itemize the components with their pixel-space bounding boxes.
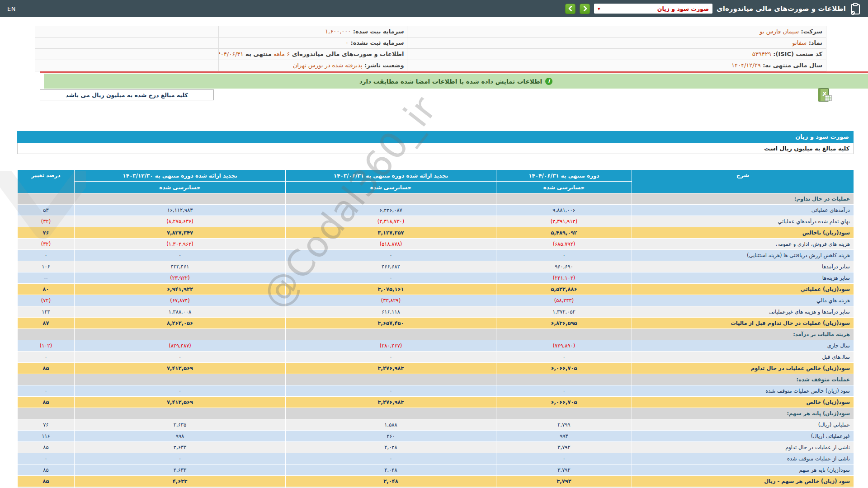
table-row: سود(زيان) ناخالص۵,۴۸۹,۰۹۲۳,۱۲۷,۳۵۷۷,۸۳۷,…: [18, 227, 854, 239]
info-icon: i: [545, 78, 552, 85]
value-cell: ۲,۰۴۸: [286, 465, 496, 476]
change-cell: --: [18, 272, 75, 284]
value-cell: ۶,۴۴۶,۰۸۷: [286, 205, 496, 216]
row-label-cell: سود(زيان) خالص عملیات در حال تداوم: [632, 363, 854, 374]
company-info-cell: [35, 49, 218, 60]
row-label-cell: سایر درآمدها و هزینه های غیرعملیاتی: [632, 306, 854, 318]
value-cell: (۱,۳۰۴,۹۶۴): [75, 239, 286, 250]
value-cell: ۵,۴۸۹,۰۹۲: [496, 227, 632, 239]
change-cell: ۰: [18, 250, 75, 261]
signature-match-banner: i اطلاعات نمایش داده شده با اطلاعات امضا…: [44, 74, 868, 89]
value-cell: [496, 193, 632, 205]
value-cell: (۵۱۸,۸۷۸): [286, 239, 496, 250]
value-cell: ۶,۰۶۶,۷۰۵: [496, 363, 632, 374]
change-cell: ۸۷: [18, 318, 75, 329]
chevron-down-icon: ▾: [598, 6, 600, 11]
section-row: عملیات در حال تداوم:: [18, 193, 854, 205]
value-cell: ۱,۳۷۲,۰۵۲: [496, 306, 632, 318]
change-cell: ۸۵: [18, 442, 75, 453]
change-cell: (۳۲): [18, 216, 75, 227]
value-cell: (۵۸,۳۴۳): [496, 295, 632, 306]
col-header-description: شرح: [632, 170, 854, 193]
chevron-right-icon: [582, 6, 588, 11]
change-cell: ۰: [18, 453, 75, 465]
row-label-cell: بهاي تمام شده درآمدهاي عملياتي: [632, 216, 854, 227]
language-toggle-en[interactable]: EN: [7, 5, 16, 12]
value-cell: ۰: [286, 352, 496, 363]
red-separator: [40, 71, 868, 73]
change-cell: ۰: [18, 352, 75, 363]
change-cell: ۷۶: [18, 419, 75, 431]
value-cell: [75, 329, 286, 340]
value-cell: ۳,۷۹۲: [496, 442, 632, 453]
company-info-cell: شرکت: سیمان فارس نو: [407, 26, 826, 37]
table-row: درآمدهاي عملياتي۹,۸۸۱,۰۰۶۶,۴۴۶,۰۸۷۱۶,۱۱۲…: [18, 205, 854, 216]
report-unit-note: کلیه مبالغ به میلیون ریال است: [17, 143, 854, 154]
income-statement-body: عملیات در حال تداوم:درآمدهاي عملياتي۹,۸۸…: [18, 193, 854, 488]
company-info-cell: [35, 26, 218, 37]
value-cell: ۹,۸۸۱,۰۰۶: [496, 205, 632, 216]
company-info-cell: سال مالی منتهی به: ۱۴۰۴/۱۲/۲۹: [407, 60, 826, 71]
value-cell: (۴,۳۹۱,۹۱۴): [496, 216, 632, 227]
unit-note-box: کلیه مبالغ درج شده به میلیون ریال می باش…: [40, 89, 214, 100]
value-cell: ۰: [286, 385, 496, 397]
value-cell: ۳,۰۷۵,۱۶۱: [286, 284, 496, 295]
change-cell: [18, 374, 75, 385]
row-label-cell: ناشی از عملیات در حال تداوم: [632, 442, 854, 453]
value-cell: ۳,۲۷۶,۹۸۳: [286, 363, 496, 374]
report-type-select[interactable]: صورت سود و زیان ▾: [594, 4, 712, 14]
value-cell: ۹۹۳: [496, 431, 632, 442]
table-row: سایر درآمدها و هزینه های غیرعملیاتی۱,۳۷۲…: [18, 306, 854, 318]
value-cell: ۶,۹۴۱,۹۲۲: [75, 284, 286, 295]
row-label-cell: سود(زيان) خالص: [632, 397, 854, 408]
row-label-cell: سال جاری: [632, 340, 854, 352]
chevron-left-icon: [568, 6, 573, 11]
col-subheader-audited-2: حسابرسی شده: [75, 182, 286, 193]
change-cell: [18, 408, 75, 419]
value-cell: (۷۶۹,۸۹۰): [496, 340, 632, 352]
company-info-table: شرکت: سیمان فارس نوسرمایه ثبت شده: ۱,۶۰۰…: [35, 26, 826, 71]
row-label-cell: غیرعملیاتي (ریال): [632, 431, 854, 442]
table-row: سال‌های قبل۰۰۰۰: [18, 352, 854, 363]
change-cell: ۸۰: [18, 284, 75, 295]
col-header-period-restated-2: تجدید ارائه شده دوره منتهی به ۱۴۰۳/۱۲/۳۰: [75, 170, 286, 182]
change-cell: [18, 193, 75, 205]
value-cell: [286, 408, 496, 419]
value-cell: (۸,۲۷۵,۶۳۶): [75, 216, 286, 227]
next-report-button[interactable]: [580, 4, 590, 14]
value-cell: ۳,۶۳۵: [75, 419, 286, 431]
value-cell: ۵,۵۲۲,۸۸۶: [496, 284, 632, 295]
table-row: سود(زيان) عملياتي۵,۵۲۲,۸۸۶۳,۰۷۵,۱۶۱۶,۹۴۱…: [18, 284, 854, 295]
value-cell: ۱,۵۸۸: [286, 419, 496, 431]
value-cell: ۰: [496, 250, 632, 261]
section-row: سود(زيان) پایه هر سهم:: [18, 408, 854, 419]
change-cell: [18, 329, 75, 340]
company-info-cell: وضعیت ناشر: پذیرفته شده در بورس تهران: [218, 60, 407, 71]
company-info-row: کد صنعت (ISIC): ۵۳۹۴۲۹اطلاعات و صورت‌های…: [35, 49, 826, 60]
row-label-cell: سایر هزینه‌ها: [632, 272, 854, 284]
report-title-bar: صورت سود و زیان: [17, 131, 854, 143]
row-label-cell: هزینه های فروش، اداری و عمومی: [632, 239, 854, 250]
value-cell: ۳,۷۹۲: [496, 476, 632, 487]
table-row: هزینه های فروش، اداری و عمومی(۶۸۵,۷۹۲)(۵…: [18, 239, 854, 250]
value-cell: (۲۳,۹۲۲): [75, 272, 286, 284]
col-header-period-current: دوره منتهی به ۱۴۰۴/۰۶/۳۱: [496, 170, 632, 182]
value-cell: ۲,۷۹۹: [496, 419, 632, 431]
prev-report-button[interactable]: [565, 4, 576, 14]
value-cell: ۰: [496, 385, 632, 397]
section-label-cell: عملیات در حال تداوم:: [632, 193, 854, 205]
value-cell: (۲۴۱,۱۰۴): [496, 272, 632, 284]
excel-export-icon[interactable]: X: [816, 88, 832, 102]
value-cell: (۶۷,۸۷۴): [75, 295, 286, 306]
value-cell: ۹۹۸: [75, 431, 286, 442]
table-row: بهاي تمام شده درآمدهاي عملياتي(۴,۳۹۱,۹۱۴…: [18, 216, 854, 227]
row-label-cell: سود(زيان) عملیات در حال تداوم قبل از مال…: [632, 318, 854, 329]
change-cell: ۷۶: [18, 227, 75, 239]
table-row: سود(زيان) خالص عملیات در حال تداوم۶,۰۶۶,…: [18, 363, 854, 374]
change-cell: ۸۵: [18, 476, 75, 487]
col-subheader-audited-1: حسابرسی شده: [286, 182, 496, 193]
row-label-cell: ناشی از عملیات متوقف شده: [632, 453, 854, 465]
value-cell: [496, 374, 632, 385]
value-cell: ۲,۰۴۸: [286, 442, 496, 453]
row-label-cell: سال‌های قبل: [632, 352, 854, 363]
